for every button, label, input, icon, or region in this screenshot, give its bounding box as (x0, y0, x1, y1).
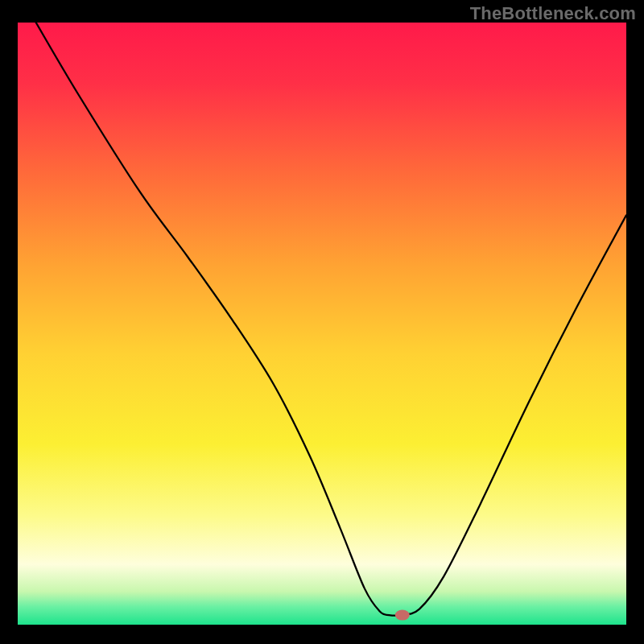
gradient-background (18, 23, 626, 625)
bottleneck-chart (18, 23, 626, 625)
optimal-marker (395, 610, 410, 621)
watermark-text: TheBottleneck.com (470, 3, 636, 24)
app-frame: TheBottleneck.com (0, 0, 644, 644)
plot-area (18, 23, 626, 625)
